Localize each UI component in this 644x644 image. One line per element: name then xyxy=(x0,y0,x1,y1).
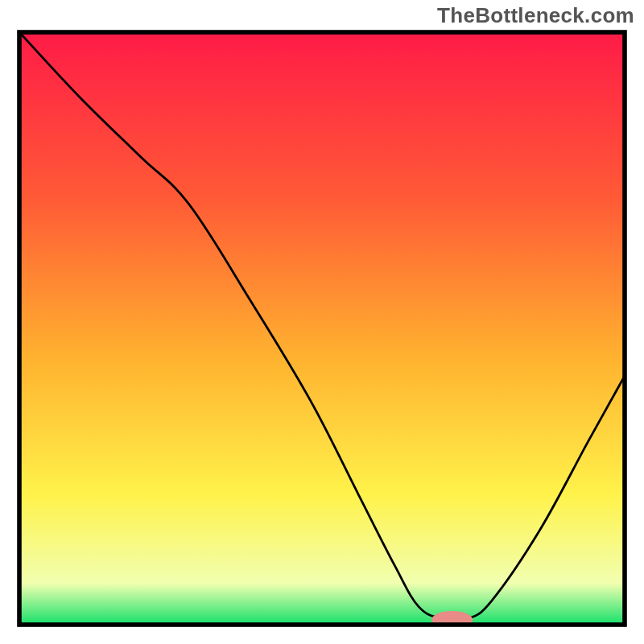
bottleneck-chart xyxy=(0,0,644,644)
gradient-background xyxy=(19,32,625,625)
watermark-text: TheBottleneck.com xyxy=(437,3,634,28)
